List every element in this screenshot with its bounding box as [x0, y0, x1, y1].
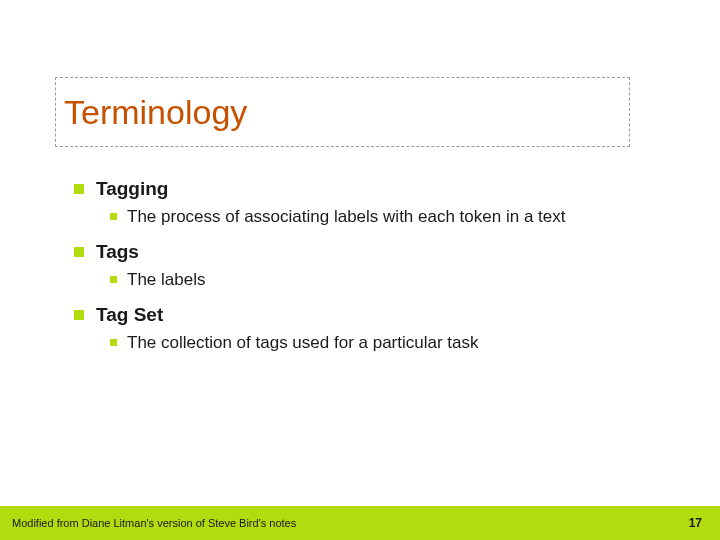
definition-text: The labels	[127, 269, 205, 292]
title-box: Terminology	[55, 77, 630, 147]
list-item: The process of associating labels with e…	[110, 206, 694, 229]
definition-text: The process of associating labels with e…	[127, 206, 565, 229]
bullet-square-icon	[74, 184, 84, 194]
page-number: 17	[689, 516, 702, 530]
bullet-square-icon	[74, 310, 84, 320]
slide: Terminology Tagging The process of assoc…	[0, 0, 720, 540]
list-item: Tags	[74, 241, 694, 263]
bullet-square-icon	[110, 213, 117, 220]
bullet-square-icon	[110, 276, 117, 283]
footer-bar: Modified from Diane Litman's version of …	[0, 506, 720, 540]
term-label: Tags	[96, 241, 139, 263]
term-label: Tag Set	[96, 304, 163, 326]
list-item: The labels	[110, 269, 694, 292]
term-label: Tagging	[96, 178, 168, 200]
slide-title: Terminology	[64, 93, 247, 132]
bullet-square-icon	[110, 339, 117, 346]
list-item: The collection of tags used for a partic…	[110, 332, 694, 355]
list-item: Tagging	[74, 178, 694, 200]
content-area: Tagging The process of associating label…	[74, 178, 694, 367]
bullet-square-icon	[74, 247, 84, 257]
definition-text: The collection of tags used for a partic…	[127, 332, 479, 355]
footer-note: Modified from Diane Litman's version of …	[12, 517, 296, 529]
list-item: Tag Set	[74, 304, 694, 326]
